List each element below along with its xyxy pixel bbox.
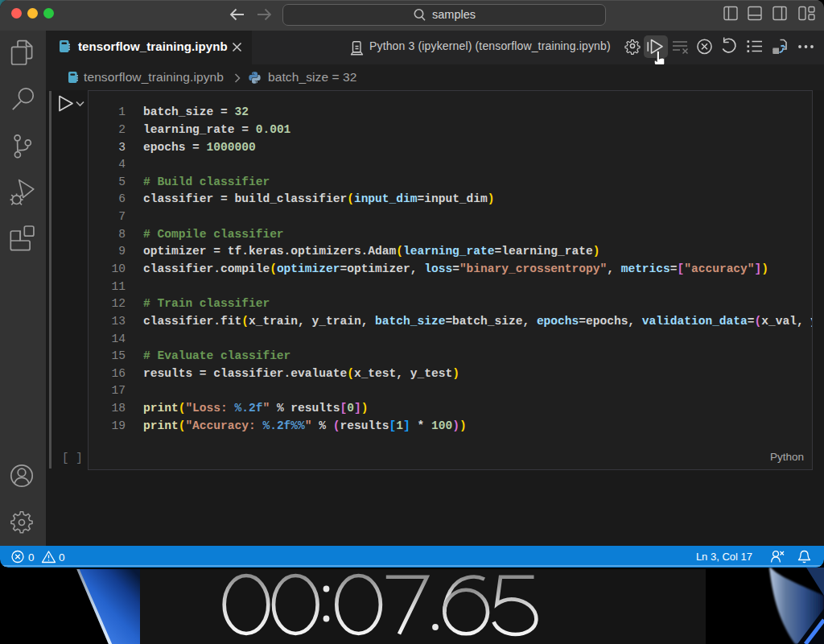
svg-text:0: 0	[28, 551, 35, 564]
svg-text:0: 0	[59, 551, 65, 564]
